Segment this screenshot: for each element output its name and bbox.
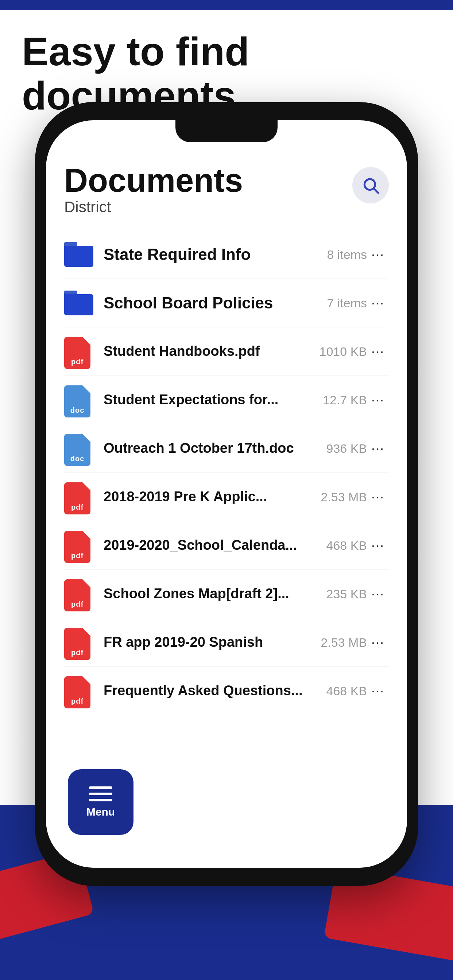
doc-info: Outreach 1 October 17th.doc bbox=[104, 440, 319, 457]
list-item[interactable]: pdf 2019-2020_School_Calenda... 468 KB ·… bbox=[64, 521, 389, 570]
more-button[interactable]: ··· bbox=[367, 247, 389, 262]
doc-info: 2018-2019 Pre K Applic... bbox=[104, 488, 313, 505]
more-button[interactable]: ··· bbox=[367, 489, 389, 504]
documents-header: Documents District bbox=[64, 164, 389, 216]
header-left: Documents District bbox=[64, 164, 243, 216]
doc-size: 2.53 MB bbox=[321, 490, 367, 504]
menu-label: Menu bbox=[86, 806, 115, 818]
doc-info: State Required Info bbox=[104, 245, 319, 264]
doc-name: Student Handbooks.pdf bbox=[104, 343, 312, 360]
doc-size: 468 KB bbox=[326, 684, 367, 698]
phone-frame: Documents District bbox=[35, 102, 418, 886]
doc-size: 936 KB bbox=[326, 442, 367, 456]
menu-button[interactable]: Menu bbox=[68, 769, 134, 835]
pdf-icon: pdf bbox=[64, 676, 93, 705]
doc-name: State Required Info bbox=[104, 245, 319, 264]
doc-file-icon: doc bbox=[64, 385, 93, 415]
list-item[interactable]: State Required Info 8 items ··· bbox=[64, 231, 389, 279]
doc-size: 1010 KB bbox=[319, 345, 367, 359]
more-button[interactable]: ··· bbox=[367, 441, 389, 456]
doc-size: 8 items bbox=[327, 248, 367, 262]
more-button[interactable]: ··· bbox=[367, 586, 389, 601]
doc-size: 468 KB bbox=[326, 538, 367, 553]
more-button[interactable]: ··· bbox=[367, 635, 389, 650]
menu-icon bbox=[89, 786, 112, 801]
doc-info: Frequently Asked Questions... bbox=[104, 682, 319, 699]
screen-content: Documents District bbox=[46, 150, 407, 868]
doc-name: Student Expectations for... bbox=[104, 391, 316, 408]
doc-name: 2019-2020_School_Calenda... bbox=[104, 537, 319, 554]
pdf-icon: pdf bbox=[64, 531, 93, 560]
doc-name: School Zones Map[draft 2]... bbox=[104, 585, 319, 602]
list-item[interactable]: doc Outreach 1 October 17th.doc 936 KB ·… bbox=[64, 425, 389, 473]
doc-info: FR app 2019-20 Spanish bbox=[104, 634, 313, 651]
doc-size: 7 items bbox=[327, 296, 367, 310]
pdf-icon: pdf bbox=[64, 482, 93, 512]
doc-name: Outreach 1 October 17th.doc bbox=[104, 440, 319, 457]
folder-icon bbox=[64, 240, 93, 269]
pdf-icon: pdf bbox=[64, 628, 93, 657]
pdf-icon: pdf bbox=[64, 337, 93, 366]
search-icon bbox=[362, 176, 380, 194]
folder-icon bbox=[64, 288, 93, 318]
doc-size: 12.7 KB bbox=[323, 393, 367, 407]
list-item[interactable]: pdf 2018-2019 Pre K Applic... 2.53 MB ··… bbox=[64, 473, 389, 521]
list-item[interactable]: doc Student Expectations for... 12.7 KB … bbox=[64, 376, 389, 425]
more-button[interactable]: ··· bbox=[367, 344, 389, 359]
top-status-bar bbox=[0, 0, 453, 10]
documents-subtitle: District bbox=[64, 198, 243, 216]
doc-name: School Board Policies bbox=[104, 293, 319, 313]
doc-info: 2019-2020_School_Calenda... bbox=[104, 537, 319, 554]
doc-name: FR app 2019-20 Spanish bbox=[104, 634, 313, 651]
search-button[interactable] bbox=[353, 167, 389, 204]
doc-info: School Zones Map[draft 2]... bbox=[104, 585, 319, 602]
list-item[interactable]: pdf FR app 2019-20 Spanish 2.53 MB ··· bbox=[64, 618, 389, 667]
doc-info: Student Expectations for... bbox=[104, 391, 316, 408]
doc-info: School Board Policies bbox=[104, 293, 319, 313]
list-item[interactable]: pdf School Zones Map[draft 2]... 235 KB … bbox=[64, 570, 389, 618]
list-item[interactable]: pdf Student Handbooks.pdf 1010 KB ··· bbox=[64, 328, 389, 376]
more-button[interactable]: ··· bbox=[367, 538, 389, 553]
doc-size: 2.53 MB bbox=[321, 635, 367, 650]
phone-screen: Documents District bbox=[46, 120, 407, 868]
list-item[interactable]: School Board Policies 7 items ··· bbox=[64, 279, 389, 328]
list-item[interactable]: pdf Frequently Asked Questions... 468 KB… bbox=[64, 667, 389, 715]
doc-size: 235 KB bbox=[326, 587, 367, 601]
doc-file-icon: doc bbox=[64, 434, 93, 463]
more-button[interactable]: ··· bbox=[367, 295, 389, 310]
phone-notch bbox=[175, 120, 278, 142]
pdf-icon: pdf bbox=[64, 579, 93, 608]
documents-title: Documents bbox=[64, 164, 243, 197]
document-list: State Required Info 8 items ··· School B bbox=[64, 231, 389, 715]
more-button[interactable]: ··· bbox=[367, 392, 389, 407]
doc-name: 2018-2019 Pre K Applic... bbox=[104, 488, 313, 505]
more-button[interactable]: ··· bbox=[367, 683, 389, 698]
svg-line-1 bbox=[374, 188, 378, 192]
doc-name: Frequently Asked Questions... bbox=[104, 682, 319, 699]
doc-info: Student Handbooks.pdf bbox=[104, 343, 312, 360]
